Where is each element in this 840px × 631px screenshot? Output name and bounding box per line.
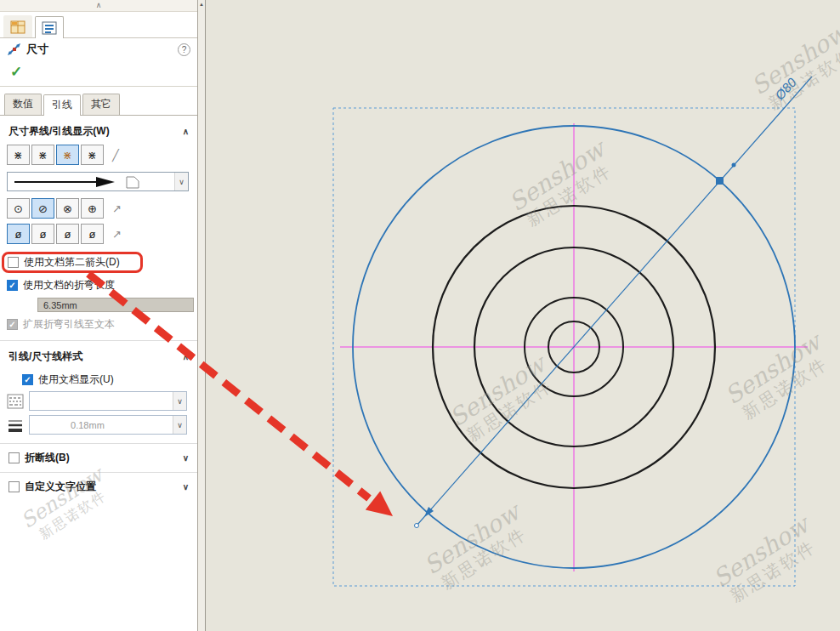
tab-leaders[interactable]: 引线 [43,94,81,116]
leader-line-icon: ╱ [112,149,119,162]
custom-text-position-checkbox[interactable] [9,481,20,492]
dimension-endpoint-dot[interactable] [415,524,419,528]
arrow-placement-option-1-button[interactable]: ⊙ [7,198,30,219]
page-title: 尺寸 [26,42,48,57]
use-doc-display-label: 使用文档显示(U) [38,372,114,387]
second-arrow-highlight: 使用文档第二箭头(D) [2,252,143,273]
extend-bent-label: 扩展折弯引线至文本 [23,317,115,332]
grid-icon [10,20,26,34]
arrow-placement-option-4-button[interactable]: ⊕ [81,198,104,219]
tab-value[interactable]: 数值 [4,94,42,115]
drawing-canvas[interactable]: Ø80 Senshow 新思诺软件 Senshow 新思诺软件 Senshow … [206,0,840,631]
bend-length-value: 6.35mm [43,300,77,310]
panel-title-row: 尺寸 ? [0,38,197,60]
witness-display-row: ⋇ ⋇ ⋇ ⋇ ╱ [0,142,197,168]
break-line-label: 折断线(B) [25,451,70,465]
diameter-option-4-button[interactable]: ø [81,224,104,244]
property-manager-tab-bar [0,12,197,38]
bend-length-label: 使用文档的折弯长度 [23,278,115,293]
tab-property-manager[interactable] [35,16,64,38]
help-icon[interactable]: ? [178,43,190,56]
chevron-up-icon: ∧ [183,352,189,361]
tab-feature-manager[interactable] [3,15,32,37]
app-window: ∧ [0,0,840,631]
bend-length-row: 使用文档的折弯长度 [0,273,197,293]
diameter-display-row: ø ø ø ø ↗ [0,221,197,247]
bend-length-checkbox[interactable] [7,280,18,291]
combo-chevron-icon[interactable]: ∨ [174,173,188,190]
witness-option-4-button[interactable]: ⋇ [81,145,104,165]
property-manager-panel: ∧ [0,0,198,631]
use-doc-display-row: 使用文档显示(U) [0,367,197,387]
arrow-placement-option-2-button[interactable]: ⊘ [31,198,54,219]
custom-text-position-label: 自定义文字位置 [25,480,96,494]
chevron-down-icon: ∨ [183,453,189,463]
dimension-icon [7,43,21,56]
second-arrow-checkbox[interactable] [8,257,19,268]
line-thickness-combobox: 0.18mm ∨ [29,415,187,435]
combo-chevron-icon: ∨ [173,416,186,434]
watermark: Senshow 新思诺软件 [746,16,840,116]
witness-option-3-button[interactable]: ⋇ [56,145,79,165]
ok-button[interactable]: ✓ [10,64,22,80]
arrow-placement-option-3-button[interactable]: ⊗ [56,198,79,219]
second-arrow-label: 使用文档第二箭头(D) [24,255,120,270]
panel-content: 尺寸界线/引线显示(W) ∧ ⋇ ⋇ ⋇ ⋇ ╱ ∨ ⊙ ⊘ [0,116,197,631]
watermark: Senshow 新思诺软件 [708,509,826,608]
diameter-flat-icon: ↗ [112,228,122,241]
panel-collapse-bar[interactable]: ∧ [0,0,197,12]
custom-arrow-icon: ↗ [112,202,122,215]
break-line-checkbox[interactable] [9,452,20,463]
dimension-handle-dot[interactable] [732,163,736,168]
witness-group-title: 尺寸界线/引线显示(W) [9,124,110,139]
panel-scrollbar[interactable]: ▲ [198,0,206,631]
dimension-handle-square[interactable] [716,177,724,185]
drawing-view: Ø80 Senshow 新思诺软件 Senshow 新思诺软件 Senshow … [206,0,840,631]
tab-other[interactable]: 其它 [82,94,120,115]
chevron-down-icon: ∨ [183,482,189,492]
custom-text-position-row[interactable]: 自定义文字位置 ∨ [0,473,197,501]
line-thickness-value: 0.18mm [64,420,105,430]
leader-style-group-title: 引线/尺寸线样式 [9,350,82,364]
line-style-icon [7,394,24,409]
line-style-row: ∨ [0,387,197,411]
watermark: Senshow 新思诺软件 [504,133,622,232]
arrow-placement-row: ⊙ ⊘ ⊗ ⊕ ↗ [0,196,197,221]
diameter-option-1-button[interactable]: ø [7,224,30,244]
list-icon [42,21,57,35]
watermark: Senshow 新思诺软件 [419,496,537,595]
diameter-option-3-button[interactable]: ø [56,224,79,244]
scroll-up-icon[interactable]: ▲ [199,2,204,7]
witness-option-1-button[interactable]: ⋇ [7,145,30,165]
chevron-up-icon: ∧ [183,127,189,136]
witness-group-header[interactable]: 尺寸界线/引线显示(W) ∧ [0,116,197,142]
watermark: Senshow 新思诺软件 [720,326,838,425]
bend-length-input[interactable]: 6.35mm [37,298,194,312]
collapse-up-icon: ∧ [96,1,102,9]
dimension-leader-line[interactable] [417,77,812,526]
confirm-row: ✓ [0,60,197,87]
diameter-option-2-button[interactable]: ø [31,224,54,244]
witness-option-2-button[interactable]: ⋇ [31,145,54,165]
leader-style-group-header[interactable]: 引线/尺寸线样式 ∧ [0,341,197,367]
arrow-style-icon [8,175,152,189]
line-thickness-icon [7,418,24,433]
dimension-tab-bar: 数值 引线 其它 [0,87,197,116]
extend-bent-checkbox [7,319,18,330]
line-style-combobox: ∨ [29,391,187,411]
line-thickness-row: 0.18mm ∨ [0,411,197,435]
arrow-style-combobox[interactable]: ∨ [7,172,189,191]
document-icon [127,177,139,188]
combo-chevron-icon: ∨ [173,392,186,410]
break-line-group-row[interactable]: 折断线(B) ∨ [0,444,197,472]
use-doc-display-checkbox[interactable] [22,374,33,385]
extend-bent-row: 扩展折弯引线至文本 [0,312,197,332]
